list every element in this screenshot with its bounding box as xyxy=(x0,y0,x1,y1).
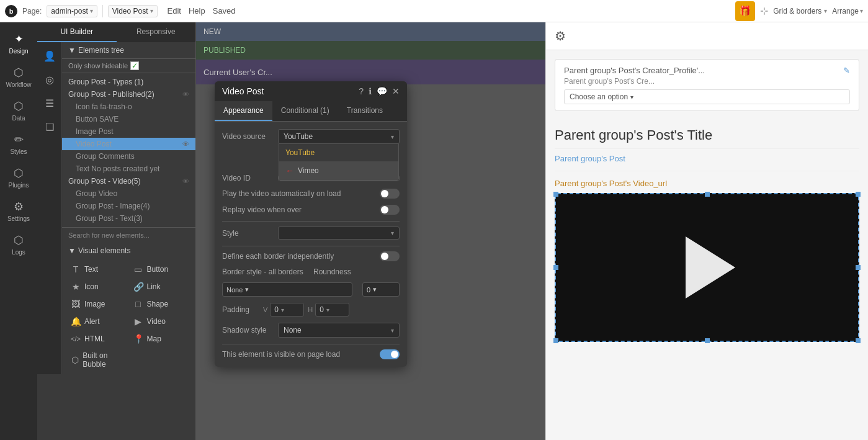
html-label: HTML xyxy=(84,334,105,343)
sidebar-item-plugins[interactable]: ⬡ Plugins xyxy=(1,161,36,194)
replay-toggle[interactable] xyxy=(380,205,400,215)
dialog-body: Video source YouTube ▾ YouTube ← Vimeo xyxy=(215,122,407,367)
saved-status: Saved xyxy=(213,6,236,16)
elements-tree-label: Elements tree xyxy=(78,46,124,55)
text-label: Text xyxy=(84,265,98,274)
sidebar-item-styles[interactable]: ✏ Styles xyxy=(1,128,36,160)
sidebar-item-design[interactable]: ✦ Design xyxy=(1,27,36,60)
tree-item-group-post-text[interactable]: Group Post - Text(3) xyxy=(62,212,195,225)
tree-item-group-video-inner[interactable]: Group Video xyxy=(62,187,195,200)
tab-responsive[interactable]: Responsive xyxy=(117,22,196,42)
style-chevron-icon: ▾ xyxy=(391,230,394,236)
visual-item-html[interactable]: </> HTML xyxy=(67,331,128,347)
padding-v-chevron-icon: ▾ xyxy=(281,307,284,313)
only-show-hideable-checkbox[interactable]: ✓ xyxy=(130,61,139,70)
element-type-grid[interactable]: ❏ xyxy=(38,115,61,138)
edit-icon[interactable]: ✎ xyxy=(843,66,850,75)
sidebar-item-workflow[interactable]: ⬡ Workflow xyxy=(1,61,36,93)
tree-item-group-published[interactable]: Group Post - Published(2) 👁 xyxy=(62,88,195,101)
cursor-icon: ⊹ xyxy=(760,5,768,17)
visual-item-link[interactable]: 🔗 Link xyxy=(130,279,191,295)
tree-item-text-no-posts[interactable]: Text No posts created yet xyxy=(62,163,195,175)
tab-appearance[interactable]: Appearance xyxy=(215,101,272,121)
tab-ui-builder[interactable]: UI Builder xyxy=(37,22,117,42)
shadow-row: Shadow style None ▾ xyxy=(222,323,400,338)
element-type-list[interactable]: ☰ xyxy=(38,92,61,114)
plugins-label: Plugins xyxy=(9,182,29,189)
page-selector[interactable]: admin-post ▾ xyxy=(47,5,97,17)
visual-item-image[interactable]: 🖼 Image xyxy=(67,296,128,312)
dropdown-option-vimeo[interactable]: ← Vimeo xyxy=(279,161,398,180)
right-panel-header: ⚙ xyxy=(546,22,868,50)
icon-label: Icon xyxy=(84,282,99,291)
visual-item-alert[interactable]: 🔔 Alert xyxy=(67,313,128,330)
dropdown-option-youtube[interactable]: YouTube xyxy=(279,144,398,161)
close-dialog-icon[interactable]: ✕ xyxy=(392,86,400,96)
define-border-toggle[interactable] xyxy=(380,251,400,261)
group-video-inner-label: Group Video xyxy=(76,189,117,198)
tree-item-video-post[interactable]: Video Post 👁 xyxy=(62,138,195,150)
element-type-circle[interactable]: ◎ xyxy=(38,68,61,91)
parent-creator-subtitle: Parent group's Post's Cre... xyxy=(564,77,850,86)
sidebar-item-settings[interactable]: ⚙ Settings xyxy=(1,195,36,227)
only-show-hideable-row[interactable]: Only show hideable ✓ xyxy=(62,59,195,73)
visual-item-button[interactable]: ▭ Button xyxy=(130,261,191,277)
comment-dialog-icon[interactable]: 💬 xyxy=(377,86,387,96)
play-button-icon[interactable] xyxy=(686,236,735,299)
tree-item-icon-trash[interactable]: Icon fa fa-trash-o xyxy=(62,101,195,113)
visual-item-video[interactable]: ▶ Video xyxy=(130,313,191,330)
roundness-select[interactable]: 0 ▾ xyxy=(362,282,400,297)
eye-icon-published: 👁 xyxy=(182,91,189,98)
visual-item-shape[interactable]: □ Shape xyxy=(130,296,191,312)
padding-h-input[interactable]: 0 ▾ xyxy=(315,303,349,317)
info-dialog-icon[interactable]: ℹ xyxy=(369,86,372,96)
padding-v-input[interactable]: 0 ▾ xyxy=(270,303,304,317)
tree-item-group-comments[interactable]: Group Comments xyxy=(62,150,195,163)
grid-borders-button[interactable]: Grid & borders ▾ xyxy=(773,7,827,16)
tab-conditional[interactable]: Conditional (1) xyxy=(272,101,338,121)
tree-item-group-types[interactable]: Group Post - Types (1) xyxy=(62,76,195,88)
tree-item-button-save[interactable]: Button SAVE xyxy=(62,113,195,125)
video-post-selector[interactable]: Video Post ▾ xyxy=(108,5,158,17)
tree-item-image-post[interactable]: Image Post xyxy=(62,125,195,138)
video-source-dropdown[interactable]: YouTube ▾ YouTube ← Vimeo xyxy=(278,129,400,144)
topbar-actions: Edit Help Saved xyxy=(168,6,236,16)
visual-item-text[interactable]: T Text xyxy=(67,261,128,277)
search-new-elements[interactable]: Search for new elements... xyxy=(62,227,195,243)
choose-option-select[interactable]: Choose an option ▾ xyxy=(564,89,850,104)
visual-item-map[interactable]: 📍 Map xyxy=(130,331,191,347)
help-link[interactable]: Help xyxy=(189,6,205,16)
new-label: NEW xyxy=(204,27,221,36)
edit-link[interactable]: Edit xyxy=(168,6,181,16)
visual-item-icon[interactable]: ★ Icon xyxy=(67,279,128,295)
visual-item-built-on-bubble[interactable]: ⬡ Built on Bubble xyxy=(67,348,128,372)
tree-item-group-video[interactable]: Group Post - Video(5) 👁 xyxy=(62,175,195,187)
sidebar-item-logs[interactable]: ⬡ Logs xyxy=(1,228,36,261)
auto-play-label: Play the video automatically on load xyxy=(222,189,341,198)
tab-transitions[interactable]: Transitions xyxy=(338,101,391,121)
border-style-select[interactable]: None ▾ xyxy=(222,282,352,297)
gear-icon[interactable]: ⚙ xyxy=(555,29,566,43)
padding-h-chevron-icon: ▾ xyxy=(326,307,329,313)
element-type-user[interactable]: 👤 xyxy=(38,45,61,67)
sidebar-item-data[interactable]: ⬡ Data xyxy=(1,94,36,127)
parent-creator-title: Parent group's Post's Creator_Profile'..… xyxy=(564,66,705,75)
style-dropdown[interactable]: ▾ xyxy=(278,227,400,240)
padding-v-value: 0 xyxy=(274,305,279,314)
group-types-label: Group Post - Types (1) xyxy=(68,78,143,86)
choose-option-chevron-icon: ▾ xyxy=(630,94,633,101)
canvas-published-band: PUBLISHED xyxy=(196,41,545,60)
auto-play-toggle[interactable] xyxy=(380,189,400,199)
shadow-style-dropdown[interactable]: None ▾ xyxy=(278,323,400,338)
arrange-button[interactable]: Arrange ▾ xyxy=(832,7,863,16)
tree-item-group-post-image[interactable]: Group Post - Image(4) xyxy=(62,200,195,212)
corner-bm xyxy=(705,338,710,343)
text-no-posts-label: Text No posts created yet xyxy=(76,164,159,173)
gift-icon[interactable]: 🎁 xyxy=(735,1,755,21)
workflow-icon: ⬡ xyxy=(14,66,24,79)
shape-icon: □ xyxy=(133,299,143,309)
button-label: Button xyxy=(147,265,169,274)
styles-icon: ✏ xyxy=(14,133,24,146)
help-dialog-icon[interactable]: ? xyxy=(359,86,364,96)
visible-on-load-toggle[interactable] xyxy=(380,349,400,359)
